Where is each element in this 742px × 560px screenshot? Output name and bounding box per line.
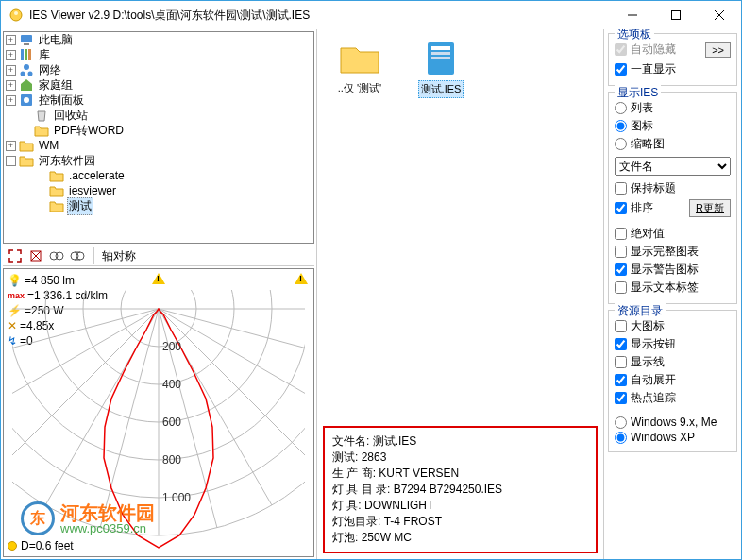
window-title: IES Viewer v2.9 D:\tools\桌面\河东软件园\测试\测试.… bbox=[29, 8, 611, 24]
svg-rect-7 bbox=[24, 43, 29, 45]
refresh-button[interactable]: R更新 bbox=[689, 199, 731, 217]
autohide-check: 自动隐藏 bbox=[615, 42, 676, 58]
svg-rect-10 bbox=[28, 49, 31, 60]
showline-check[interactable]: 显示线 bbox=[615, 354, 731, 370]
options-sidebar: 选项板 自动隐藏 >> 一直显示 显示IES 列表 图标 缩略图 文件名 保持标… bbox=[604, 29, 741, 559]
display-ies-panel: 显示IES 列表 图标 缩略图 文件名 保持标题 排序 R更新 绝对值 显示完整… bbox=[608, 92, 737, 304]
filename-select[interactable]: 文件名 bbox=[615, 157, 731, 176]
tree-item[interactable]: 回收站 bbox=[4, 108, 313, 123]
file-label: ..仅 '测试' bbox=[336, 80, 383, 96]
tree-label: 测试 bbox=[67, 197, 93, 215]
keep-title-check[interactable]: 保持标题 bbox=[615, 180, 731, 196]
svg-line-38 bbox=[12, 309, 159, 469]
hottrack-check[interactable]: 热点追踪 bbox=[615, 390, 731, 406]
expander-icon[interactable]: + bbox=[6, 80, 16, 91]
svg-line-42 bbox=[12, 309, 159, 367]
tree-item[interactable]: +控制面板 bbox=[4, 93, 313, 108]
toolbar-label: 轴对称 bbox=[102, 248, 136, 264]
polar-chart: 💡=4 850 lm max=1 336.1 cd/klm ⚡=250 W ✕=… bbox=[3, 268, 314, 557]
svg-rect-8 bbox=[21, 49, 24, 60]
tree-label: 此电脑 bbox=[37, 32, 75, 48]
tree-item[interactable]: +家庭组 bbox=[4, 77, 313, 93]
abs-check[interactable]: 绝对值 bbox=[615, 226, 731, 242]
win9x-radio[interactable]: Windows 9.x, Me bbox=[615, 416, 731, 429]
svg-text:400: 400 bbox=[162, 378, 181, 391]
folder-icon bbox=[337, 39, 382, 76]
tree-label: 网络 bbox=[37, 62, 63, 78]
recycle-icon bbox=[34, 108, 49, 123]
tree-item[interactable]: +此电脑 bbox=[4, 32, 313, 47]
ies-icon bbox=[418, 39, 464, 76]
tree-item[interactable]: PDF转WORD bbox=[4, 123, 313, 138]
svg-text:200: 200 bbox=[162, 340, 181, 353]
svg-point-12 bbox=[21, 72, 25, 76]
tree-item[interactable]: 测试 bbox=[4, 198, 313, 213]
view3d-icon[interactable] bbox=[69, 247, 86, 264]
tree-label: 库 bbox=[37, 47, 52, 63]
fullscreen-icon[interactable] bbox=[7, 247, 24, 264]
file-list[interactable]: ..仅 '测试'测试.IES bbox=[317, 29, 603, 420]
pc-icon bbox=[19, 32, 34, 47]
folder-icon bbox=[19, 138, 34, 153]
svg-rect-49 bbox=[431, 46, 450, 50]
folder-icon bbox=[49, 198, 64, 213]
titlebar: IES Viewer v2.9 D:\tools\桌面\河东软件园\测试\测试.… bbox=[1, 1, 741, 29]
view-icons-radio[interactable]: 图标 bbox=[615, 118, 731, 134]
tree-label: 回收站 bbox=[52, 108, 90, 124]
fullchart-check[interactable]: 显示完整图表 bbox=[615, 244, 731, 260]
expand-button[interactable]: >> bbox=[705, 42, 731, 58]
expander-icon[interactable]: + bbox=[6, 50, 16, 60]
tree-label: 河东软件园 bbox=[37, 153, 97, 169]
expander-icon[interactable]: + bbox=[6, 35, 16, 45]
warning-icon bbox=[295, 273, 308, 287]
file-item[interactable]: ..仅 '测试' bbox=[327, 39, 393, 96]
tree-item[interactable]: iesviewer bbox=[4, 183, 313, 198]
file-item[interactable]: 测试.IES bbox=[408, 39, 474, 98]
folder-tree[interactable]: +此电脑+库+网络+家庭组+控制面板回收站PDF转WORD+WM-河东软件园.a… bbox=[3, 31, 314, 244]
net-icon bbox=[19, 62, 34, 77]
tree-label: .accelerate bbox=[67, 169, 126, 182]
always-show-check[interactable]: 一直显示 bbox=[615, 61, 731, 77]
tree-item[interactable]: +网络 bbox=[4, 62, 313, 77]
svg-point-1 bbox=[14, 11, 18, 15]
lib-icon bbox=[19, 47, 34, 62]
svg-text:600: 600 bbox=[162, 416, 181, 429]
view-list-radio[interactable]: 列表 bbox=[615, 100, 731, 116]
warnicon-check[interactable]: 显示警告图标 bbox=[615, 262, 731, 278]
tree-item[interactable]: +WM bbox=[4, 138, 313, 153]
tree-item[interactable]: .accelerate bbox=[4, 168, 313, 183]
bigicon-check[interactable]: 大图标 bbox=[615, 318, 731, 334]
warning-icon-top bbox=[152, 273, 165, 287]
sort-check[interactable]: 排序 bbox=[615, 200, 653, 216]
view-thumb-radio[interactable]: 缩略图 bbox=[615, 136, 731, 152]
winxp-radio[interactable]: Windows XP bbox=[615, 431, 731, 444]
tree-label: PDF转WORD bbox=[52, 123, 126, 139]
minimize-button[interactable] bbox=[611, 1, 654, 29]
polar-footer: D=0.6 feet bbox=[8, 539, 74, 552]
tree-label: 家庭组 bbox=[37, 77, 75, 93]
svg-rect-3 bbox=[672, 11, 681, 20]
showbtn-check[interactable]: 显示按钮 bbox=[615, 336, 731, 352]
expander-icon[interactable]: + bbox=[6, 95, 16, 106]
svg-line-41 bbox=[159, 309, 305, 367]
maximize-button[interactable] bbox=[654, 1, 698, 29]
textlabel-check[interactable]: 显示文本标签 bbox=[615, 280, 731, 296]
svg-rect-51 bbox=[431, 57, 450, 59]
expander-icon[interactable]: + bbox=[6, 141, 16, 151]
tree-item[interactable]: -河东软件园 bbox=[4, 153, 313, 168]
svg-text:800: 800 bbox=[162, 453, 181, 467]
tree-label: iesviewer bbox=[67, 184, 118, 197]
expander-icon[interactable]: - bbox=[6, 156, 16, 166]
remove-icon[interactable] bbox=[27, 247, 44, 264]
svg-rect-9 bbox=[25, 49, 27, 60]
close-button[interactable] bbox=[698, 1, 741, 29]
link-icon[interactable] bbox=[48, 247, 65, 264]
resource-panel: 资源目录 大图标 显示按钮 显示线 自动展开 热点追踪 Windows 9.x,… bbox=[608, 310, 737, 452]
svg-point-22 bbox=[76, 252, 84, 260]
autoexp-check[interactable]: 自动展开 bbox=[615, 372, 731, 388]
tree-item[interactable]: +库 bbox=[4, 47, 313, 62]
svg-point-15 bbox=[24, 97, 29, 103]
svg-rect-6 bbox=[21, 35, 32, 42]
expander-icon[interactable]: + bbox=[6, 65, 16, 76]
folder-icon bbox=[19, 153, 34, 168]
